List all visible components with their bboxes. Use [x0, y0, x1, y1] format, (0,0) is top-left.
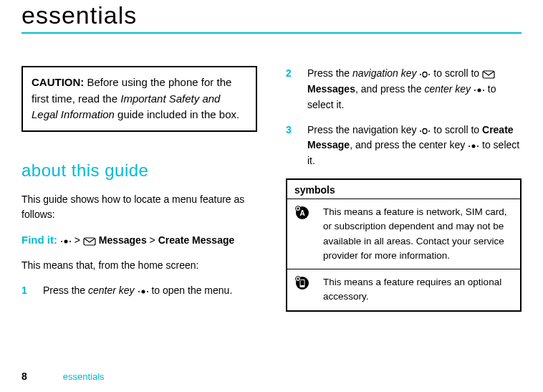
caution-text-after: guide included in the box. [117, 108, 239, 120]
svg-point-15 [420, 130, 421, 132]
find-it-sep1: > [75, 234, 80, 246]
step-2-a: Press the [307, 67, 352, 79]
find-it-label: Find it: [21, 234, 57, 246]
page-footer: 8 essentials [21, 371, 105, 382]
svg-point-7 [423, 72, 427, 77]
step-1-b: to open the menu. [149, 285, 233, 296]
caution-label: CAUTION: [32, 76, 84, 88]
step-2-b: to scroll to [431, 67, 482, 79]
section-heading-about: about this guide [21, 161, 257, 181]
footer-section-label: essentials [63, 371, 105, 382]
symbols-row-accessory-text: This means a feature requires an optiona… [323, 275, 513, 305]
step-1-number: 1 [21, 283, 30, 299]
navigation-key-icon [419, 67, 431, 82]
svg-point-13 [483, 90, 484, 91]
step-3-number: 3 [286, 123, 294, 169]
step-2: 2 Press the navigation key to scroll to … [286, 66, 522, 113]
step-2-i1: navigation key [352, 67, 417, 79]
envelope-icon [83, 233, 96, 248]
page-title: essentials [21, 1, 522, 29]
step-3-a: Press the navigation key [307, 124, 419, 135]
step-3-c: , and press the center key [350, 139, 468, 150]
find-it-line: Find it: > Messages > Create Message [21, 232, 257, 249]
find-it-messages: Messages [99, 234, 147, 246]
svg-point-5 [138, 291, 140, 292]
symbols-table: symbols A This means a feature is networ… [286, 178, 522, 312]
step-2-text: Press the navigation key to scroll to Me… [307, 66, 522, 113]
envelope-icon [482, 67, 495, 82]
center-key-icon [474, 82, 485, 97]
center-key-icon [138, 284, 149, 299]
center-key-icon [468, 138, 479, 153]
means-text: This means that, from the home screen: [21, 258, 257, 273]
svg-point-18 [468, 145, 470, 147]
two-column-layout: CAUTION: Before using the phone for the … [21, 66, 522, 312]
left-column: CAUTION: Before using the phone for the … [21, 66, 257, 312]
step-3: 3 Press the navigation key to scroll to … [286, 123, 522, 169]
page-number: 8 [21, 371, 27, 382]
step-1: 1 Press the center key to open the menu. [21, 283, 257, 299]
svg-point-14 [423, 128, 427, 133]
svg-point-1 [61, 241, 62, 242]
svg-point-19 [477, 145, 479, 147]
step-1-a: Press the [43, 285, 88, 296]
symbols-row-accessory: This means a feature requires an optiona… [287, 269, 520, 310]
symbols-header: symbols [287, 180, 520, 199]
horizontal-rule [21, 32, 522, 34]
step-1-text: Press the center key to open the menu. [43, 283, 257, 299]
step-2-c: , and press the [355, 83, 425, 95]
intro-text: This guide shows how to locate a menu fe… [21, 192, 257, 222]
network-dependent-icon: A [294, 205, 313, 263]
step-3-text: Press the navigation key to scroll to Cr… [307, 123, 522, 169]
svg-point-0 [64, 239, 67, 243]
right-column: 2 Press the navigation key to scroll to … [286, 66, 522, 312]
step-2-messages: Messages [307, 83, 355, 95]
svg-point-11 [477, 88, 481, 92]
svg-point-2 [69, 241, 71, 242]
symbols-row-network-text: This means a feature is network, SIM car… [323, 205, 513, 263]
navigation-key-icon [419, 123, 431, 138]
optional-accessory-icon [294, 275, 313, 305]
find-it-sep2: > [150, 234, 155, 246]
svg-point-17 [472, 145, 476, 148]
svg-point-4 [141, 290, 145, 294]
svg-point-12 [474, 90, 476, 91]
svg-rect-27 [301, 280, 304, 285]
caution-box: CAUTION: Before using the phone for the … [21, 66, 257, 132]
step-1-italic: center key [88, 285, 135, 296]
find-it-create: Create Message [158, 234, 235, 246]
symbols-row-network: A This means a feature is network, SIM c… [287, 199, 520, 269]
center-key-icon [60, 233, 72, 248]
step-2-number: 2 [286, 66, 294, 113]
step-3-b: to scroll to [431, 124, 482, 135]
step-2-i2: center key [424, 83, 471, 95]
svg-point-8 [420, 74, 421, 75]
svg-point-6 [147, 291, 148, 292]
svg-text:A: A [299, 209, 304, 217]
